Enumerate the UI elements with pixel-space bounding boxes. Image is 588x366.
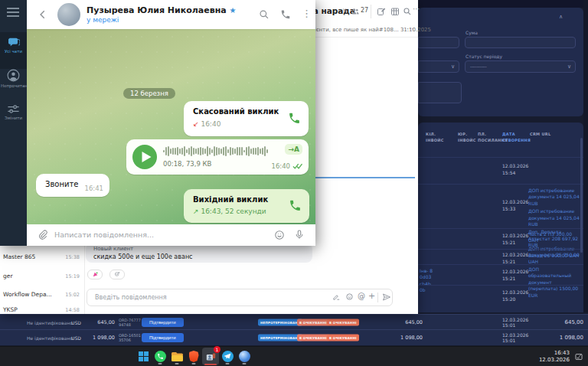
column-header[interactable]: ПЛ. ПОСИЛАННЯ: [478, 132, 501, 143]
file-explorer-icon[interactable]: [168, 348, 185, 365]
more-icon[interactable]: ⋯: [413, 5, 420, 13]
sum-input[interactable]: [465, 37, 576, 48]
active-app-indicator: [204, 364, 217, 365]
table-row[interactable]: 12.03.202615:21 Заход 26 000,00 UAH: [418, 249, 583, 265]
sidebar-item-all-chats[interactable]: Усі чати: [0, 32, 27, 69]
chevron-down-icon: ∨: [567, 64, 571, 70]
chat-name: ger: [3, 273, 12, 279]
divider: [377, 292, 378, 302]
search-icon[interactable]: [403, 7, 412, 16]
divider: [84, 246, 85, 314]
sidebar-item-unread[interactable]: Непрочитано: [0, 66, 27, 103]
brave-browser-icon[interactable]: [185, 348, 202, 365]
crm-filter-input-cut[interactable]: [418, 37, 459, 48]
list-item[interactable]: YKSP 14:58: [0, 304, 84, 314]
chat-name: Workflow Depa...: [3, 291, 52, 298]
row-amount: 645,00: [86, 319, 115, 325]
message-text: Звоните: [45, 180, 78, 188]
unread-divider: [315, 177, 415, 178]
outgoing-call-bubble[interactable]: Вихідний виклик ↗ 16:43, 52 секунди: [184, 189, 309, 223]
table-row[interactable]: 12.03.202615:20: [418, 285, 583, 306]
date-pill[interactable]: 12 березня: [123, 88, 175, 99]
taskbar-clock[interactable]: 16:43 12.03.2026: [539, 350, 570, 364]
microphone-icon[interactable]: [294, 229, 305, 240]
confirm-button[interactable]: Підтвердити: [142, 333, 184, 342]
message-bubble[interactable]: Новый клиент скидка 500е и еще 100е аван…: [86, 243, 312, 263]
voice-waveform[interactable]: [163, 145, 270, 157]
scrollbar[interactable]: [580, 138, 583, 253]
hamburger-menu-icon[interactable]: [7, 8, 19, 17]
list-item[interactable]: Master 865 15:38: [0, 250, 84, 267]
status-select[interactable]: ---------- ∨: [465, 60, 576, 73]
incoming-message-bubble[interactable]: Звоните 16:41: [36, 174, 109, 197]
crm-filter-select-cut[interactable]: ∨: [418, 60, 459, 73]
row-date: 12.03.2026: [502, 163, 528, 168]
attach-plus-icon[interactable]: +: [368, 291, 375, 301]
windows-logo-icon: [139, 351, 149, 361]
format-pen-icon[interactable]: [332, 292, 341, 301]
emoji-icon[interactable]: [345, 292, 354, 301]
play-button[interactable]: [132, 145, 157, 169]
browser-sphere-icon[interactable]: [236, 348, 253, 365]
table-row[interactable]: 12.03.202615:21 Часть 2 ПЗ 300,00 UAH ДО…: [418, 228, 583, 250]
collapse-chevron-icon[interactable]: ∧: [559, 14, 563, 20]
column-header-sorted[interactable]: ДАТА СТВОРЕННЯ: [502, 132, 527, 143]
crm-filter-box-cut[interactable]: [418, 82, 462, 103]
calendar-grid-icon[interactable]: [390, 7, 400, 16]
chevron-down-icon[interactable]: ∨: [342, 7, 347, 14]
confirm-button[interactable]: Підтвердити: [142, 318, 184, 327]
message-input[interactable]: Написати повідомлення...: [54, 224, 154, 246]
crm-link[interactable]: Заход 26 000,00 UAH: [528, 253, 580, 259]
more-vertical-icon[interactable]: ⋮: [302, 8, 312, 19]
column-header[interactable]: ЮР. ІНВОЙС: [458, 132, 476, 143]
crm-link[interactable]: Часть 2 ПЗ 300,00 UAH: [528, 231, 580, 244]
table-row[interactable]: Не ідентифіковано USD 645,00 ORD-7677794…: [0, 314, 588, 330]
message-input[interactable]: Введіть повідомлення @ +: [87, 289, 393, 306]
back-icon[interactable]: [38, 9, 48, 20]
cancelled-call-bubble[interactable]: Скасований виклик ↙ 16:40: [184, 101, 309, 136]
online-status: у мережі: [87, 16, 119, 24]
sidebar-item-edit[interactable]: Змінити: [0, 101, 27, 133]
phone-icon: [289, 199, 302, 212]
telegram-taskbar-icon[interactable]: [219, 348, 236, 365]
column-header[interactable]: КІЛ. ІНВОЙС: [426, 132, 453, 143]
table-row[interactable]: Інв- 80d03cb4b0b 12.03.202615:21 ДОП обр…: [418, 264, 583, 286]
notification-center-icon[interactable]: [575, 353, 583, 361]
column-header[interactable]: CRM URL: [530, 132, 564, 138]
phone-icon[interactable]: [280, 9, 291, 20]
row-total: 1 098,00: [560, 335, 583, 341]
status-badge: В ОЧІКУВАННІ: [327, 335, 359, 341]
add-reaction-icon[interactable]: [109, 270, 125, 279]
crm-link[interactable]: ДОП истребование документа 14 025,04 RUB: [528, 208, 580, 227]
list-item[interactable]: ger 15:19: [0, 270, 84, 286]
sliders-icon: [7, 104, 20, 114]
speech-to-text-button[interactable]: →A: [285, 144, 302, 155]
avatar[interactable]: [57, 3, 80, 26]
whatsapp-icon[interactable]: [152, 348, 168, 365]
more-icon[interactable]: ⋯: [407, 25, 414, 33]
mention-icon[interactable]: @: [358, 292, 365, 300]
members-icon[interactable]: [351, 7, 360, 16]
crm-desktop-app-icon[interactable]: 1: [202, 348, 219, 365]
search-icon[interactable]: [259, 9, 270, 20]
row-status: Не ідентифіковано: [27, 320, 73, 325]
table-row[interactable]: 12.03.202615:54: [418, 157, 583, 185]
start-button[interactable]: [135, 348, 152, 365]
sidebar-item-label: Непрочитано: [0, 83, 27, 89]
message-time: 16:40: [272, 162, 291, 170]
voice-message-bubble[interactable]: 00:18, 73,9 КВ →A 16:40: [126, 139, 309, 175]
telegram-chat-header: Пузырева Юлия Николаевна ★ у мережі ⋮: [27, 0, 315, 29]
emoji-icon[interactable]: [274, 230, 285, 240]
attach-paperclip-icon[interactable]: [38, 230, 48, 240]
send-icon[interactable]: [382, 292, 391, 302]
compose-icon[interactable]: [377, 7, 386, 16]
table-row[interactable]: Не ідентифіковано USD 1 098,00 ORD-16501…: [0, 329, 588, 345]
row-time: 15:33: [502, 206, 515, 211]
crm-link[interactable]: ДОП истребование документа 14 025,04 RUB: [528, 188, 580, 207]
row-date: 12.03.2026: [502, 289, 528, 295]
list-item[interactable]: Workflow Depa... 15:02: [0, 288, 84, 305]
table-row[interactable]: 12.03.202615:33 ДОП истребование докумен…: [418, 184, 583, 229]
reaction-emoji[interactable]: [87, 270, 103, 279]
crm-table: КІЛ. ІНВОЙС ЮР. ІНВОЙС ПЛ. ПОСИЛАННЯ ДАТ…: [418, 123, 583, 312]
arrow-missed-icon: ↙: [193, 120, 199, 128]
